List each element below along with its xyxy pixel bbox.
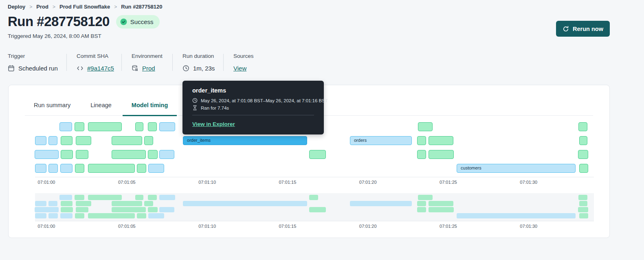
breadcrumb-deploy[interactable]: Deploy bbox=[8, 4, 25, 10]
gantt-bar bbox=[75, 213, 84, 218]
gantt-bar[interactable] bbox=[88, 164, 135, 173]
gantt-bar[interactable] bbox=[48, 136, 57, 145]
gantt-bar bbox=[148, 213, 164, 218]
tab-model-timing[interactable]: Model timing bbox=[123, 102, 177, 116]
meta-environment-label: Environment bbox=[132, 53, 172, 59]
axis-tick-label: 07:01:20 bbox=[359, 224, 377, 229]
gantt-bar[interactable] bbox=[75, 122, 84, 131]
gantt-bar-orders[interactable]: orders bbox=[350, 136, 412, 145]
gantt-bar[interactable] bbox=[35, 150, 59, 159]
gantt-bar bbox=[578, 195, 587, 200]
axis-tick-label: 07:01:10 bbox=[198, 224, 216, 229]
refresh-icon bbox=[563, 26, 569, 32]
gantt-bar bbox=[579, 213, 588, 218]
gantt-bar[interactable] bbox=[112, 150, 146, 159]
minimap-time-axis: 07:01:0007:01:0507:01:1007:01:1507:01:20… bbox=[35, 221, 594, 231]
gantt-bar[interactable] bbox=[75, 164, 84, 173]
gantt-bar[interactable] bbox=[48, 164, 58, 173]
gantt-bar[interactable] bbox=[159, 122, 175, 131]
gantt-bar[interactable] bbox=[137, 164, 146, 173]
axis-tick-label: 07:01:05 bbox=[118, 180, 136, 185]
gantt-bar[interactable] bbox=[76, 136, 91, 145]
gantt-bar-order_items[interactable]: order_items bbox=[183, 136, 307, 145]
gantt-bar[interactable] bbox=[35, 136, 46, 145]
tooltip-model-name: order_items bbox=[192, 87, 314, 94]
tab-lineage[interactable]: Lineage bbox=[81, 102, 121, 115]
commit-sha-link[interactable]: #9a147c5 bbox=[87, 65, 114, 72]
gantt-bar bbox=[112, 207, 146, 212]
meta-commit-label: Commit SHA bbox=[77, 53, 121, 59]
minimap-row bbox=[35, 201, 594, 206]
environment-link[interactable]: Prod bbox=[142, 65, 155, 72]
gantt-bar bbox=[309, 207, 326, 212]
check-circle-icon bbox=[120, 18, 127, 25]
minimap-brush[interactable] bbox=[35, 193, 594, 221]
gantt-bar bbox=[88, 195, 122, 200]
minimap-row bbox=[35, 195, 594, 200]
gantt-bar bbox=[309, 195, 318, 200]
database-icon bbox=[132, 65, 138, 72]
gantt-bar[interactable] bbox=[148, 150, 158, 159]
gantt-bar[interactable] bbox=[418, 122, 433, 131]
gantt-bar-order_items bbox=[183, 201, 307, 206]
gantt-bar bbox=[48, 213, 58, 218]
gantt-row: customers bbox=[35, 164, 594, 173]
meta-trigger-value: Scheduled run bbox=[18, 65, 58, 72]
meta-duration-value: 1m, 23s bbox=[193, 65, 215, 72]
run-meta-row: Trigger Scheduled run Commit SHA #9a147c… bbox=[8, 53, 254, 72]
page-title: Run #287758120 bbox=[8, 14, 110, 29]
gantt-bar[interactable] bbox=[148, 122, 157, 131]
gantt-bar[interactable] bbox=[76, 150, 88, 159]
tooltip-time-range: May 26, 2024, at 7:01:08 BST–May 26, 202… bbox=[201, 98, 328, 103]
gantt-bar-customers[interactable]: customers bbox=[457, 164, 576, 173]
gantt-bar bbox=[417, 207, 426, 212]
gantt-bar[interactable] bbox=[309, 150, 326, 159]
gantt-bar[interactable] bbox=[429, 136, 453, 145]
gantt-bar-label: orders bbox=[350, 137, 411, 143]
gantt-bar[interactable] bbox=[578, 150, 588, 159]
minimap-row bbox=[35, 207, 594, 212]
gantt-bar[interactable] bbox=[135, 122, 143, 131]
tab-run-summary[interactable]: Run summary bbox=[25, 102, 79, 115]
gantt-bar[interactable] bbox=[159, 150, 174, 159]
gantt-bar bbox=[76, 201, 91, 206]
meta-duration-label: Run duration bbox=[182, 53, 223, 59]
model-tooltip: order_items May 26, 2024, at 7:01:08 BST… bbox=[182, 81, 324, 134]
triggered-timestamp: Triggered May 26, 2024, 8:00 AM BST bbox=[8, 33, 101, 39]
gantt-bar[interactable] bbox=[429, 150, 454, 159]
axis-tick-label: 07:01:25 bbox=[440, 224, 457, 229]
gantt-bar bbox=[61, 207, 73, 212]
gantt-bar bbox=[61, 201, 73, 206]
sources-view-link[interactable]: View bbox=[233, 65, 246, 72]
gantt-bar[interactable] bbox=[112, 136, 142, 145]
breadcrumb-separator: > bbox=[114, 4, 117, 10]
gantt-bar[interactable] bbox=[35, 164, 46, 173]
meta-sources: Sources View bbox=[224, 53, 254, 72]
gantt-bar[interactable] bbox=[578, 122, 587, 131]
breadcrumb-job[interactable]: Prod Full Snowflake bbox=[59, 4, 110, 10]
gantt-bar[interactable] bbox=[417, 150, 426, 159]
gantt-bar[interactable] bbox=[60, 164, 73, 173]
gantt-bar bbox=[88, 213, 135, 218]
gantt-bar[interactable] bbox=[88, 122, 122, 131]
gantt-bar bbox=[579, 201, 587, 206]
status-badge-label: Success bbox=[130, 18, 154, 25]
rerun-now-button[interactable]: Rerun now bbox=[556, 21, 610, 37]
gantt-bar[interactable] bbox=[417, 136, 426, 145]
gantt-bar[interactable] bbox=[579, 164, 588, 173]
breadcrumb: Deploy > Prod > Prod Full Snowflake > Ru… bbox=[8, 4, 162, 10]
breadcrumb-prod[interactable]: Prod bbox=[36, 4, 48, 10]
axis-tick-label: 07:01:05 bbox=[118, 224, 136, 229]
view-in-explorer-link[interactable]: View in Explorer bbox=[192, 121, 235, 127]
gantt-bar[interactable] bbox=[59, 122, 72, 131]
gantt-bar[interactable] bbox=[61, 136, 73, 145]
gantt-bar[interactable] bbox=[148, 164, 164, 173]
gantt-bar bbox=[159, 195, 175, 200]
meta-run-duration: Run duration 1m, 23s bbox=[173, 53, 223, 72]
breadcrumb-run[interactable]: Run #287758120 bbox=[121, 4, 162, 10]
gantt-bar[interactable] bbox=[144, 136, 153, 145]
gantt-bar[interactable] bbox=[61, 150, 73, 159]
gantt-bar[interactable] bbox=[579, 136, 587, 145]
gantt-bar bbox=[60, 213, 73, 218]
clock-icon bbox=[182, 65, 189, 72]
